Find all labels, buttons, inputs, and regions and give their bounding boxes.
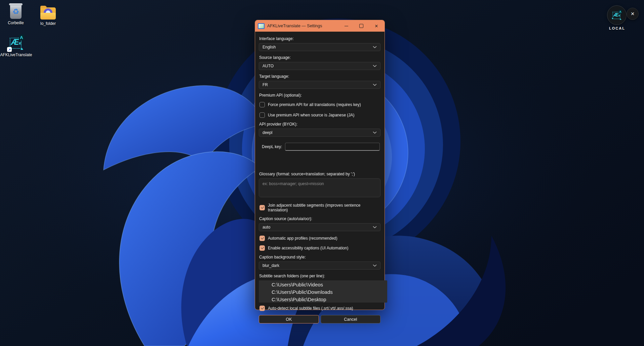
recycle-glyph: ♻ xyxy=(12,8,19,15)
join-segments-row: Join adjacent subtitle segments (improve… xyxy=(259,203,380,212)
maximize-button[interactable] xyxy=(359,23,364,29)
checkbox-label: Automatic app profiles (recommended) xyxy=(268,236,337,241)
api-provider-label: API provider (BYOK): xyxy=(259,122,380,127)
desktop-icon-label: lo_folder xyxy=(40,21,56,26)
folder-icon xyxy=(40,7,56,20)
checkbox-label: Force premium API for all translations (… xyxy=(268,102,361,107)
desktop-icon-recycle-bin[interactable]: ♻ Corbeille xyxy=(1,3,31,25)
chevron-down-icon xyxy=(373,226,377,229)
overlay-logo-button[interactable]: ÆK A xyxy=(607,5,627,25)
checkbox-label: Enable accessibility captions (UI Automa… xyxy=(268,246,348,250)
close-button[interactable]: ✕ xyxy=(374,23,379,29)
ok-button[interactable]: OK xyxy=(259,315,319,323)
chevron-down-icon xyxy=(373,65,377,67)
desktop-icon-afklivetranslate[interactable]: ÆK A ↗ AFKLiveTranslate xyxy=(1,35,31,57)
translator-overlay-widget[interactable]: ÆK A LOCAL xyxy=(607,5,627,30)
premium-api-section-label: Premium API (optional): xyxy=(259,93,380,98)
combo-value: deepl xyxy=(263,130,272,135)
settings-dialog: AFKLiveTranslate — Settings ✕ Interface … xyxy=(255,20,385,310)
auto-profiles-checkbox[interactable] xyxy=(259,236,265,241)
dialog-titlebar[interactable]: AFKLiveTranslate — Settings ✕ xyxy=(255,20,385,32)
source-language-select[interactable]: AUTO xyxy=(259,62,380,70)
accessibility-captions-checkbox[interactable] xyxy=(259,245,265,251)
chevron-down-icon xyxy=(373,83,377,86)
close-icon: ✕ xyxy=(631,11,635,16)
join-segments-checkbox[interactable] xyxy=(259,205,265,210)
dialog-title: AFKLiveTranslate — Settings xyxy=(267,24,344,28)
premium-ja-row: Use premium API when source is Japanese … xyxy=(259,112,380,118)
force-premium-row: Force premium API for all translations (… xyxy=(259,102,380,107)
autodetect-subs-row: Auto-detect local subtitle files (.srt/.… xyxy=(259,306,380,311)
cancel-button[interactable]: Cancel xyxy=(321,315,381,323)
autodetect-subs-checkbox[interactable] xyxy=(259,306,265,311)
deepl-key-label: DeepL key: xyxy=(262,144,282,149)
close-icon: ✕ xyxy=(375,24,378,28)
checkbox-label: Auto-detect local subtitle files (.srt/.… xyxy=(268,306,353,311)
subtitle-folders-textarea[interactable]: C:\Users\Public\Videos C:\Users\Public\D… xyxy=(259,280,387,303)
source-language-label: Source language: xyxy=(259,55,380,60)
minimize-icon xyxy=(345,26,348,26)
deepl-key-input[interactable] xyxy=(285,143,380,151)
afklivetranslate-icon: ÆK A ↗ xyxy=(8,35,24,51)
subtitle-folders-label: Subtitle search folders (one per line): xyxy=(259,274,380,278)
combo-value: blur_dark xyxy=(263,263,279,268)
accessibility-captions-row: Enable accessibility captions (UI Automa… xyxy=(259,245,380,251)
combo-value: auto xyxy=(263,225,270,230)
caption-background-select[interactable]: blur_dark xyxy=(259,262,380,270)
desktop-icon-lo-folder[interactable]: lo_folder xyxy=(33,3,63,26)
maximize-icon xyxy=(359,24,363,28)
combo-value: AUTO xyxy=(263,64,274,68)
caption-source-label: Caption source (auto/uia/ocr): xyxy=(259,216,380,221)
afklivetranslate-icon: ÆK A xyxy=(611,10,622,21)
overlay-close-button[interactable]: ✕ xyxy=(627,8,639,20)
dialog-buttons: OK Cancel xyxy=(259,315,380,323)
target-language-label: Target language: xyxy=(259,74,380,79)
glossary-textarea[interactable] xyxy=(259,178,380,197)
dialog-content: Interface language: English Source langu… xyxy=(255,32,385,323)
chevron-down-icon xyxy=(373,264,377,267)
app-window-icon xyxy=(258,23,265,29)
combo-value: FR xyxy=(263,82,268,87)
shortcut-arrow-icon: ↗ xyxy=(7,47,12,52)
target-language-select[interactable]: FR xyxy=(259,81,380,89)
desktop-icon-label: AFKLiveTranslate xyxy=(0,53,32,57)
spacer xyxy=(259,151,380,168)
checkbox-label: Use premium API when source is Japanese … xyxy=(268,113,354,117)
glossary-label: Glossary (format: source=translation; se… xyxy=(259,172,380,176)
chevron-down-icon xyxy=(373,46,377,48)
overlay-status-label: LOCAL xyxy=(607,26,627,30)
chevron-down-icon xyxy=(373,131,377,134)
desktop-icon-label: Corbeille xyxy=(8,21,24,25)
premium-ja-checkbox[interactable] xyxy=(259,112,265,118)
caption-background-label: Caption background style: xyxy=(259,255,380,260)
desktop: { "desktop": { "icons": [ {"id":"corbeil… xyxy=(0,0,644,346)
interface-language-select[interactable]: English xyxy=(259,43,380,51)
deepl-key-row: DeepL key: xyxy=(262,143,380,151)
force-premium-checkbox[interactable] xyxy=(259,102,265,107)
auto-profiles-row: Automatic app profiles (recommended) xyxy=(259,236,380,241)
recycle-bin-icon: ♻ xyxy=(10,5,22,19)
minimize-button[interactable] xyxy=(344,23,349,29)
interface-language-label: Interface language: xyxy=(259,36,380,41)
api-provider-select[interactable]: deepl xyxy=(259,129,380,137)
combo-value: English xyxy=(263,45,276,49)
checkbox-label: Join adjacent subtitle segments (improve… xyxy=(268,203,380,212)
caption-source-select[interactable]: auto xyxy=(259,223,380,231)
